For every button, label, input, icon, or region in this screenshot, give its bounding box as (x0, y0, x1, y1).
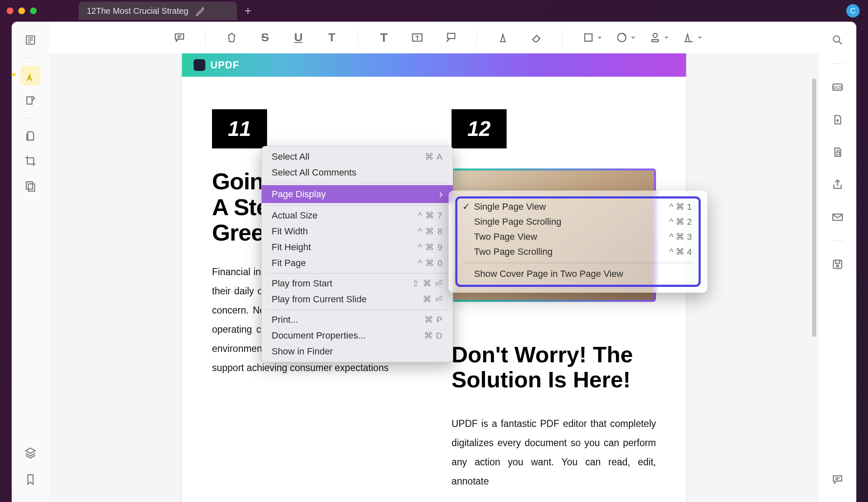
menu-item[interactable]: Fit Width^ ⌘ 8 (262, 223, 453, 239)
avatar-initial: C (850, 7, 856, 15)
save-button[interactable] (828, 254, 848, 274)
edit-mode-button[interactable] (20, 90, 40, 110)
email-button[interactable] (828, 207, 848, 227)
submenu-item-shortcut: ^ ⌘ 4 (669, 247, 692, 257)
pencil-tool-button[interactable] (495, 30, 510, 45)
convert-button[interactable] (828, 110, 848, 130)
svg-point-9 (833, 36, 840, 42)
submenu-item[interactable]: ✓Single Page View^ ⌘ 1 (460, 199, 696, 214)
search-button[interactable] (828, 30, 848, 50)
menu-item[interactable]: Actual Size^ ⌘ 7 (262, 208, 453, 223)
svg-point-16 (837, 265, 839, 267)
text-tool-button[interactable]: T (376, 30, 391, 45)
page-number-badge: 12 (452, 109, 507, 148)
stamp-tool-button[interactable] (648, 30, 663, 45)
menu-item[interactable]: Select All Comments (262, 165, 453, 181)
submenu-item[interactable]: Two Page View^ ⌘ 3 (460, 229, 696, 244)
svg-rect-15 (835, 260, 840, 264)
scrollbar-thumb[interactable] (812, 78, 816, 337)
bookmark-button[interactable] (20, 469, 40, 489)
svg-point-8 (653, 33, 657, 38)
menu-item[interactable]: Print...⌘ P (262, 312, 453, 328)
ocr-button[interactable]: OCR (828, 77, 848, 97)
submenu-item[interactable]: Show Cover Page in Two Page View (460, 266, 696, 281)
svg-text:OCR: OCR (833, 85, 843, 90)
shape-tool-button[interactable] (581, 30, 596, 45)
menu-item[interactable]: Fit Page^ ⌘ 0 (262, 255, 453, 271)
svg-rect-2 (28, 184, 35, 191)
menu-item-shortcut: ⌘ ⏎ (423, 294, 443, 304)
window-controls (7, 8, 37, 14)
titlebar: 12The Most Crucial Strateg + (0, 0, 868, 22)
toolbar-separator (477, 30, 477, 45)
menu-separator (267, 183, 448, 183)
menu-item[interactable]: Page Display› (262, 185, 453, 203)
annotate-mode-button[interactable] (20, 65, 40, 85)
menu-item-shortcut: ⌘ A (425, 152, 443, 162)
menu-item-label: Page Display (272, 189, 326, 200)
menu-item[interactable]: Select All⌘ A (262, 149, 453, 165)
page-number-badge: 11 (212, 109, 267, 148)
sidebar-separator (831, 63, 844, 64)
crop-tool-button[interactable] (20, 151, 40, 171)
close-window-button[interactable] (7, 8, 13, 14)
strikethrough-tool-button[interactable]: S (257, 30, 273, 45)
submenu-item[interactable]: Two Page Scrolling^ ⌘ 4 (460, 244, 696, 259)
underline-tool-button[interactable]: U (291, 30, 306, 45)
document-tab[interactable]: 12The Most Crucial Strateg (78, 2, 237, 20)
toolbar-separator (562, 30, 563, 45)
tab-edit-icon[interactable] (195, 5, 207, 17)
menu-item-label: Show in Finder (272, 346, 333, 357)
reader-mode-button[interactable] (20, 30, 40, 50)
minimize-window-button[interactable] (18, 8, 25, 14)
chevron-right-icon: › (439, 188, 443, 201)
notes-panel-button[interactable] (828, 469, 848, 489)
sticker-tool-button[interactable] (614, 30, 629, 45)
menu-item[interactable]: Document Properties...⌘ D (262, 328, 453, 344)
menu-item[interactable]: Show in Finder (262, 344, 453, 359)
page-banner: UPDF (182, 53, 686, 77)
protect-button[interactable] (828, 142, 848, 162)
right-heading: Don't Worry! The Solution Is Here! (452, 342, 656, 392)
active-indicator-dot (12, 73, 15, 76)
menu-item[interactable]: Play from Start⇧ ⌘ ⏎ (262, 276, 453, 291)
new-tab-button[interactable]: + (245, 4, 251, 18)
svg-rect-5 (448, 33, 455, 39)
user-avatar[interactable]: C (846, 4, 860, 18)
squiggly-tool-button[interactable]: T (324, 30, 339, 45)
page-tools-button[interactable] (20, 176, 40, 196)
organize-pages-button[interactable] (20, 126, 40, 146)
menu-item-shortcut: ^ ⌘ 8 (418, 226, 443, 236)
submenu-item-label: Two Page Scrolling (474, 246, 553, 257)
right-column: 12 Don't Worry! The Solution Is Here! UP… (452, 109, 656, 491)
layers-button[interactable] (20, 443, 40, 463)
menu-separator (267, 309, 448, 310)
share-button[interactable] (828, 175, 848, 195)
menu-item[interactable]: Play from Current Slide⌘ ⏎ (262, 291, 453, 307)
left-sidebar (12, 22, 49, 502)
sidebar-separator (24, 58, 37, 58)
right-body-text: UPDF is a fantastic PDF editor that comp… (452, 414, 656, 491)
submenu-item-label: Show Cover Page in Two Page View (474, 269, 623, 279)
page-number: 11 (212, 113, 267, 148)
maximize-window-button[interactable] (30, 8, 37, 14)
right-sidebar: OCR (819, 22, 856, 502)
menu-item-label: Fit Page (272, 258, 306, 269)
signature-tool-button[interactable] (681, 30, 696, 45)
submenu-item[interactable]: Single Page Scrolling^ ⌘ 2 (460, 214, 696, 229)
comment-tool-button[interactable] (172, 30, 187, 45)
eraser-tool-button[interactable] (529, 30, 544, 45)
menu-item-label: Select All (272, 151, 310, 162)
submenu-item-shortcut: ^ ⌘ 3 (669, 232, 692, 242)
menu-item-shortcut: ^ ⌘ 7 (418, 211, 443, 221)
menu-separator (462, 263, 694, 263)
page-number: 12 (452, 113, 507, 148)
callout-tool-button[interactable] (443, 30, 458, 45)
menu-item-label: Select All Comments (272, 167, 356, 178)
menu-item-shortcut: ⌘ P (424, 315, 443, 325)
tab-title: 12The Most Crucial Strateg (87, 6, 188, 16)
scrollbar-track[interactable] (811, 53, 816, 502)
textbox-tool-button[interactable]: T (410, 30, 425, 45)
menu-item[interactable]: Fit Height^ ⌘ 9 (262, 239, 453, 255)
highlight-tool-button[interactable] (224, 30, 239, 45)
